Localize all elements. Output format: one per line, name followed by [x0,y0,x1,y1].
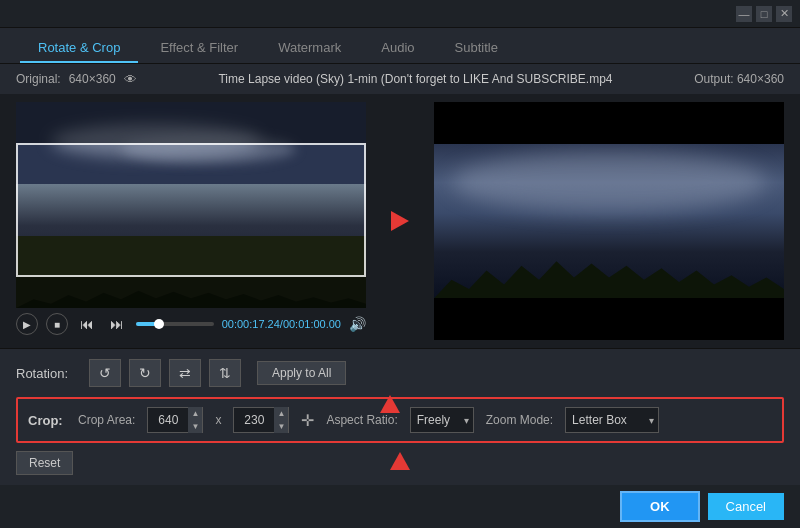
bottom-up-arrow [380,395,400,413]
next-frame-button[interactable]: ⏭ [106,313,128,335]
tab-audio[interactable]: Audio [363,34,432,63]
rotate-cw-button[interactable]: ↻ [129,359,161,387]
zoom-mode-select-wrap: Letter Box Pan & Scan Full [565,407,659,433]
zoom-mode-select[interactable]: Letter Box Pan & Scan Full [565,407,659,433]
crop-label: Crop: [28,413,66,428]
height-down-button[interactable]: ▼ [274,420,288,433]
up-arrow-icon [390,452,410,470]
bottom-up-arrow-icon [380,395,400,413]
maximize-button[interactable]: □ [756,6,772,22]
rotation-label: Rotation: [16,366,81,381]
tab-bar: Rotate & Crop Effect & Filter Watermark … [0,28,800,64]
crop-height-spinbox: 230 ▲ ▼ [233,407,289,433]
total-time: 00:01:00.00 [283,318,341,330]
progress-bar[interactable] [136,322,214,326]
right-preview-video [434,144,784,299]
crop-overlay-top [16,102,366,143]
left-preview-panel: ▶ ■ ⏮ ⏭ 00:00:17.24/00:01:00.00 🔊 [16,102,366,340]
rotate-ccw-button[interactable]: ↺ [89,359,121,387]
right-preview-inner [434,102,784,340]
height-up-button[interactable]: ▲ [274,407,288,420]
footer: OK Cancel [0,485,800,528]
flip-v-button[interactable]: ⇅ [209,359,241,387]
crop-row: Crop: Crop Area: 640 ▲ ▼ x 230 ▲ ▼ ✛ [16,397,784,443]
eye-icon[interactable]: 👁 [124,72,137,87]
original-size: 640×360 [69,72,116,86]
zoom-mode-label: Zoom Mode: [486,413,553,427]
ok-button[interactable]: OK [620,491,700,522]
preview-area: ▶ ■ ⏮ ⏭ 00:00:17.24/00:01:00.00 🔊 [0,94,800,348]
minimize-button[interactable]: — [736,6,752,22]
video-info-bar: Original: 640×360 👁 Time Lapse video (Sk… [0,64,800,94]
close-button[interactable]: ✕ [776,6,792,22]
up-arrow-container [390,452,410,470]
video-filename: Time Lapse video (Sky) 1-min (Don't forg… [218,72,612,86]
spinbox-width-buttons: ▲ ▼ [188,407,202,433]
right-arrow-icon [391,211,409,231]
progress-thumb [154,319,164,329]
main-content: Original: 640×360 👁 Time Lapse video (Sk… [0,64,800,528]
move-icon: ✛ [301,411,314,430]
output-label: Output: [694,72,733,86]
prev-frame-button[interactable]: ⏮ [76,313,98,335]
width-up-button[interactable]: ▲ [188,407,202,420]
tab-effect-filter[interactable]: Effect & Filter [142,34,256,63]
right-cloud [452,151,767,213]
crop-footer: Reset [16,443,784,475]
stop-button[interactable]: ■ [46,313,68,335]
time-display: 00:00:17.24/00:01:00.00 [222,318,341,330]
right-video-preview [434,102,784,340]
tab-rotate-crop[interactable]: Rotate & Crop [20,34,138,63]
original-info: Original: 640×360 👁 [16,72,137,87]
right-trees [434,252,784,298]
apply-all-button[interactable]: Apply to All [257,361,346,385]
tab-subtitle[interactable]: Subtitle [437,34,516,63]
dimension-separator: x [215,413,221,427]
crop-border [16,143,366,277]
output-info: Output: 640×360 [694,72,784,86]
left-video-preview [16,102,366,308]
output-size: 640×360 [737,72,784,86]
play-button[interactable]: ▶ [16,313,38,335]
flip-h-button[interactable]: ⇄ [169,359,201,387]
aspect-ratio-label: Aspect Ratio: [326,413,397,427]
volume-icon[interactable]: 🔊 [349,316,366,332]
crop-overlay-bottom [16,277,366,308]
crop-height-input[interactable]: 230 [234,413,274,427]
current-time: 00:00:17.24 [222,318,280,330]
crop-width-spinbox: 640 ▲ ▼ [147,407,203,433]
rotation-row: Rotation: ↺ ↻ ⇄ ⇅ Apply to All [16,359,784,387]
original-label: Original: [16,72,61,86]
aspect-ratio-select[interactable]: Freely 16:9 4:3 1:1 9:16 [410,407,474,433]
title-bar: — □ ✕ [0,0,800,28]
crop-width-input[interactable]: 640 [148,413,188,427]
controls-section: Rotation: ↺ ↻ ⇄ ⇅ Apply to All Crop: Cro… [0,348,800,485]
tab-watermark[interactable]: Watermark [260,34,359,63]
playback-controls: ▶ ■ ⏮ ⏭ 00:00:17.24/00:01:00.00 🔊 [16,308,366,340]
preview-arrow [382,211,418,231]
crop-area-label: Crop Area: [78,413,135,427]
cancel-button[interactable]: Cancel [708,493,784,520]
spinbox-height-buttons: ▲ ▼ [274,407,288,433]
reset-button[interactable]: Reset [16,451,73,475]
width-down-button[interactable]: ▼ [188,420,202,433]
aspect-ratio-select-wrap: Freely 16:9 4:3 1:1 9:16 [410,407,474,433]
